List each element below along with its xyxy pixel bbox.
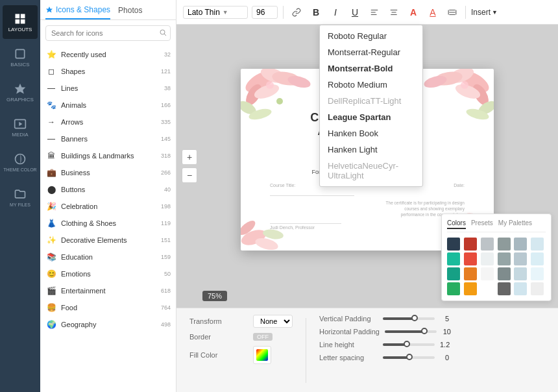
color-swatch[interactable] [498,238,511,251]
border-toggle[interactable]: OFF [253,333,273,341]
search-input[interactable] [45,25,171,41]
color-grid [447,238,546,295]
font-option[interactable]: DellReplicaTT-Light [320,93,422,109]
sidebar-item-my-files[interactable]: MY FILES [3,180,38,214]
sidebar-item-media[interactable]: MEDIA [3,110,38,144]
category-icon: 📚 [45,251,57,263]
category-name: Food [61,304,77,312]
zoom-in-button[interactable]: + [182,149,197,165]
vertical-padding-label: Vertical Padding [319,315,378,323]
category-item[interactable]: —Lines38 [40,80,176,97]
link-button[interactable] [289,5,304,20]
text-spacing-button[interactable] [444,5,460,20]
category-count: 764 [161,304,171,311]
color-swatch[interactable] [498,282,511,295]
bold-button[interactable]: B [308,5,324,20]
category-item[interactable]: 😊Emotions50 [40,265,176,282]
color-swatch[interactable] [447,238,460,251]
category-count: 159 [161,254,171,260]
color-swatch[interactable] [498,252,511,265]
color-swatch[interactable] [481,267,494,280]
category-item[interactable]: 🌍Geography498 [40,316,176,333]
category-item[interactable]: ✨Decorative Elements151 [40,232,176,249]
letter-spacing-slider[interactable] [383,356,435,359]
category-item[interactable]: 📚Education159 [40,249,176,265]
vertical-padding-slider[interactable] [383,317,435,320]
category-icon: ✨ [45,234,57,246]
sidebar-item-graphics[interactable]: GRAPHICS [3,75,38,109]
color-swatch[interactable] [481,238,494,251]
color-swatch[interactable] [498,267,511,280]
font-option[interactable]: Montserrat-Bold [320,60,422,77]
category-item[interactable]: 🏛Buildings & Landmarks318 [40,147,176,164]
color-swatch[interactable] [514,267,527,280]
category-item[interactable]: 🍔Food764 [40,299,176,316]
font-option[interactable]: Roboto Regular [320,28,422,44]
transform-label: Transform [189,317,248,325]
text-bg-color-button[interactable]: A [425,5,441,20]
category-name: Celebration [61,202,97,210]
color-swatch[interactable] [514,282,527,295]
align-center-button[interactable] [386,5,402,20]
italic-button[interactable]: I [328,5,343,20]
fill-color-button[interactable] [253,346,271,364]
category-item[interactable]: ◻Shapes121 [40,63,176,80]
category-item[interactable]: →Arrows335 [40,114,176,130]
color-swatch[interactable] [464,238,477,251]
tab-my-palettes[interactable]: My Palettes [498,219,532,229]
align-left-button[interactable] [367,5,382,20]
category-name: Recently used [61,51,106,58]
font-option[interactable]: Hanken Light [320,141,422,158]
zoom-out-button[interactable]: − [182,167,197,183]
toolbar-separator [283,6,284,19]
font-option[interactable]: Hanken Book [320,125,422,141]
underline-button[interactable]: U [347,5,363,20]
sidebar-item-basics[interactable]: BASICS [3,40,38,74]
color-swatch[interactable] [447,252,460,265]
horizontal-padding-slider[interactable] [385,330,437,333]
category-item[interactable]: 💼Business266 [40,164,176,181]
line-height-slider[interactable] [383,343,435,346]
color-swatch[interactable] [514,252,527,265]
category-item[interactable]: —Banners145 [40,130,176,147]
category-icon: — [45,133,57,145]
category-item[interactable]: 🎬Entertainment618 [40,282,176,299]
color-swatch[interactable] [481,252,494,265]
font-option[interactable]: Montserrat-Regular [320,44,422,60]
svg-rect-2 [16,19,20,23]
color-swatch[interactable] [481,282,494,295]
category-item[interactable]: ⬤Buttons40 [40,181,176,198]
category-name: Animals [61,101,86,109]
category-item[interactable]: 🎉Celebration198 [40,198,176,215]
font-option[interactable]: League Spartan [320,109,422,125]
font-color-button[interactable]: A [406,5,421,20]
color-swatch[interactable] [464,252,477,265]
sidebar-item-theme-color[interactable]: THEME COLOR [3,145,38,179]
color-swatch[interactable] [447,282,460,295]
tab-presets[interactable]: Presets [471,219,493,229]
color-swatch[interactable] [447,267,460,280]
tab-icons-shapes[interactable]: Icons & Shapes [45,5,110,19]
color-swatch[interactable] [514,238,527,251]
color-swatch[interactable] [531,252,544,265]
category-item[interactable]: 👗Clothing & Shoes119 [40,215,176,232]
transform-select[interactable]: None [253,315,293,328]
font-size-input[interactable]: 96 [252,6,278,19]
svg-rect-0 [16,14,20,18]
category-item[interactable]: ⭐Recently used32 [40,46,176,63]
font-option[interactable]: HelveticaNeueCyr-UltraLight [320,158,422,184]
tab-colors[interactable]: Colors [447,219,466,229]
font-option[interactable]: Roboto Medium [320,77,422,93]
category-item[interactable]: 🐾Animals166 [40,97,176,114]
color-swatch[interactable] [531,282,544,295]
category-count: 166 [161,102,171,108]
color-swatch[interactable] [464,267,477,280]
category-name: Banners [61,135,88,143]
sidebar-item-layouts[interactable]: LAYOUTS [3,5,38,39]
font-selector[interactable]: Lato Thin ▼ [183,6,248,19]
tab-photos[interactable]: Photos [118,5,142,19]
color-swatch[interactable] [464,282,477,295]
color-swatch[interactable] [531,238,544,251]
color-swatch[interactable] [531,267,544,280]
insert-button[interactable]: Insert ▼ [471,8,498,17]
